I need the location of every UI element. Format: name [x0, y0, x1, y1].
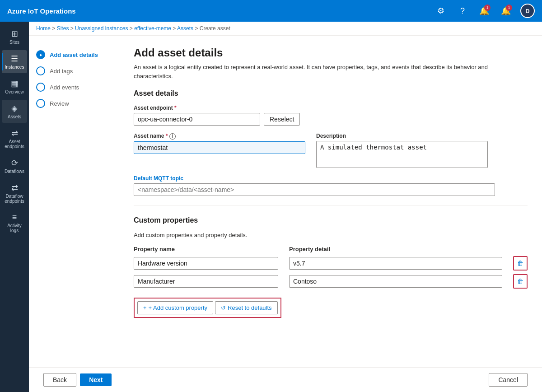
back-button[interactable]: Back — [43, 373, 76, 387]
custom-properties-section: Custom properties Add custom properties … — [134, 216, 528, 318]
sidebar-item-dataflow-endpoints[interactable]: ⇄ Dataflow endpoints — [2, 179, 27, 207]
delete-prop-button-2[interactable]: 🗑 — [513, 274, 528, 289]
mqtt-group: Default MQTT topic — [134, 175, 528, 196]
property-detail-header: Property detail — [289, 246, 528, 252]
overview-icon: ▦ — [11, 79, 19, 89]
asset-name-group: Asset name * i — [134, 133, 305, 154]
asset-endpoint-group: Asset endpoint * Reselect — [134, 105, 528, 126]
reset-to-defaults-button[interactable]: ↺ Reset to defaults — [215, 301, 278, 314]
settings-button[interactable]: ⚙ — [434, 4, 448, 18]
prop-row-1: 🗑 — [134, 256, 528, 271]
cancel-button[interactable]: Cancel — [489, 373, 528, 387]
breadcrumb-sites[interactable]: Sites — [57, 25, 69, 32]
sidebar-item-asset-endpoints[interactable]: ⇌ Asset endpoints — [2, 125, 27, 153]
mqtt-label: Default MQTT topic — [134, 175, 528, 182]
step-circle-1: ● — [36, 50, 45, 59]
page-title: Add asset details — [134, 47, 528, 59]
step-label-2: Add tags — [50, 68, 73, 75]
sidebar-label-overview: Overview — [5, 89, 24, 94]
prop-name-input-2[interactable] — [134, 275, 278, 288]
props-header: Property name Property detail — [134, 246, 528, 252]
asset-endpoints-icon: ⇌ — [11, 128, 18, 138]
step-add-asset-details[interactable]: ● Add asset details — [36, 47, 112, 63]
sidebar-item-dataflows[interactable]: ⟳ Dataflows — [2, 154, 27, 177]
breadcrumb-sep2: > — [70, 25, 75, 32]
step-review[interactable]: Review — [36, 95, 112, 112]
reset-icon: ↺ — [221, 304, 226, 311]
property-name-header: Property name — [134, 246, 278, 252]
sites-icon: ⊞ — [11, 29, 18, 39]
sidebar-label-dataflows: Dataflows — [5, 169, 24, 174]
delete-prop-button-1[interactable]: 🗑 — [513, 256, 528, 271]
breadcrumb-create-asset: Create asset — [200, 25, 230, 32]
top-navigation: Azure IoT Operations ⚙ ? 🔔 1 🔔 1 D — [0, 0, 542, 22]
app-title: Azure IoT Operations — [7, 7, 434, 15]
breadcrumb-effective-meme[interactable]: effective-meme — [134, 25, 171, 32]
custom-prop-actions-container: + + Add custom property ↺ Reset to defau… — [134, 298, 281, 318]
breadcrumb-home[interactable]: Home — [36, 25, 51, 32]
endpoint-row: Reselect — [134, 113, 528, 126]
step-add-tags[interactable]: Add tags — [36, 63, 112, 79]
top-nav-icons: ⚙ ? 🔔 1 🔔 1 D — [434, 4, 535, 18]
custom-props-title: Custom properties — [134, 216, 528, 224]
asset-name-info-icon: i — [169, 133, 176, 140]
step-add-events[interactable]: Add events — [36, 79, 112, 95]
avatar[interactable]: D — [520, 4, 535, 18]
step-circle-2 — [36, 66, 45, 75]
help-button[interactable]: ? — [455, 4, 470, 18]
instances-icon: ☰ — [11, 54, 18, 64]
asset-endpoint-label: Asset endpoint * — [134, 105, 528, 111]
asset-name-input[interactable] — [134, 141, 305, 154]
breadcrumb-unassigned[interactable]: Unassigned instances — [75, 25, 128, 32]
notifications2-button[interactable]: 🔔 1 — [499, 4, 513, 18]
prop-name-input-1[interactable] — [134, 257, 278, 270]
asset-name-label: Asset name * i — [134, 133, 305, 140]
next-button[interactable]: Next — [80, 373, 112, 386]
breadcrumb-sep5: > — [195, 25, 199, 32]
step-circle-4 — [36, 99, 45, 108]
main-layout: ⊞ Sites ☰ Instances ▦ Overview ◈ Assets … — [0, 22, 542, 392]
add-custom-property-button[interactable]: + + Add custom property — [137, 301, 213, 314]
notifications1-badge: 1 — [484, 5, 491, 11]
prop-row-2: 🗑 — [134, 274, 528, 289]
step-circle-3 — [36, 83, 45, 92]
asset-details-section-title: Asset details — [134, 89, 528, 98]
breadcrumb-sep1: > — [52, 25, 56, 32]
description-group: Description A simulated thermostat asset — [316, 133, 488, 168]
description-label: Description — [316, 133, 488, 139]
sidebar-item-assets[interactable]: ◈ Assets — [2, 100, 27, 123]
steps-panel: ● Add asset details Add tags Add events … — [29, 36, 119, 367]
asset-endpoint-input[interactable] — [134, 113, 260, 126]
plus-icon: + — [143, 304, 147, 311]
notifications1-button[interactable]: 🔔 1 — [477, 4, 491, 18]
content-area: Home > Sites > Unassigned instances > ef… — [29, 22, 542, 392]
custom-props-desc: Add custom properties and property detai… — [134, 232, 528, 238]
asset-name-description-row: Asset name * i Description A simulated t… — [134, 133, 528, 168]
divider — [134, 205, 528, 205]
trash-icon-1: 🗑 — [517, 260, 523, 267]
dataflows-icon: ⟳ — [11, 158, 18, 168]
sidebar-item-activity-logs[interactable]: ≡ Activity logs — [2, 209, 27, 237]
trash-icon-2: 🗑 — [517, 278, 523, 285]
sidebar-label-activity-logs: Activity logs — [4, 223, 25, 233]
step-label-1: Add asset details — [50, 51, 98, 58]
sidebar-label-dataflow-endpoints: Dataflow endpoints — [4, 194, 25, 204]
sidebar-item-overview[interactable]: ▦ Overview — [2, 75, 27, 98]
description-input[interactable]: A simulated thermostat asset — [316, 141, 488, 168]
breadcrumb-sep3: > — [130, 25, 134, 32]
page-description: An asset is a logical entity created to … — [134, 63, 528, 80]
reselect-button[interactable]: Reselect — [264, 113, 300, 126]
sidebar-item-instances[interactable]: ☰ Instances — [2, 50, 27, 73]
sidebar-item-sites[interactable]: ⊞ Sites — [2, 25, 27, 48]
breadcrumb-assets[interactable]: Assets — [177, 25, 193, 32]
sidebar-label-assets: Assets — [8, 114, 21, 119]
page-layout: ● Add asset details Add tags Add events … — [29, 36, 542, 367]
sidebar-label-sites: Sites — [9, 40, 19, 45]
main-content: Add asset details An asset is a logical … — [119, 36, 542, 367]
breadcrumb-sep4: > — [173, 25, 177, 32]
required-star: * — [174, 105, 177, 111]
prop-detail-input-2[interactable] — [289, 275, 502, 288]
activity-logs-icon: ≡ — [12, 213, 17, 222]
mqtt-input[interactable] — [134, 183, 495, 196]
prop-detail-input-1[interactable] — [289, 257, 502, 270]
